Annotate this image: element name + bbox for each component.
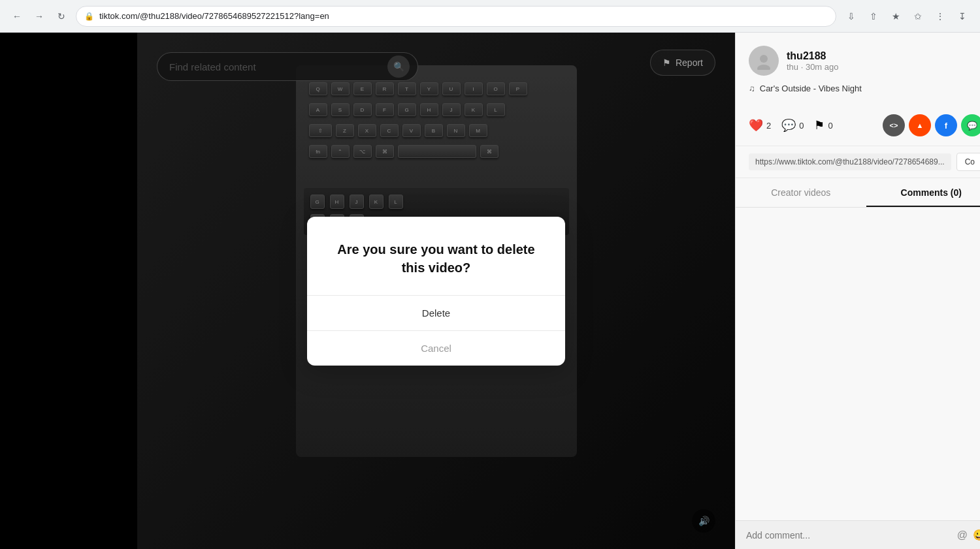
- comment-icons: @ 😀: [957, 529, 980, 541]
- forward-button[interactable]: →: [30, 7, 48, 25]
- delete-button[interactable]: Delete: [307, 296, 565, 331]
- whatsapp-share-button[interactable]: 💬: [961, 114, 980, 136]
- menu-button[interactable]: ⋮: [930, 7, 950, 26]
- comment-icon: 💬: [781, 118, 796, 133]
- comment-count: 0: [799, 121, 804, 131]
- comment-input[interactable]: [746, 530, 951, 541]
- reddit-icon: ▲: [917, 121, 924, 129]
- comments-area: [736, 208, 980, 549]
- username[interactable]: thu2188: [787, 50, 980, 62]
- bookmark-button[interactable]: ⚑ 0: [814, 118, 832, 133]
- embed-icon: <>: [890, 121, 898, 129]
- browser-chrome: ← → ↻ 🔒 tiktok.com/@thu2188/video/727865…: [0, 0, 980, 33]
- cancel-button[interactable]: Cancel: [307, 331, 565, 366]
- song-info: ♫ Car's Outside - Vibes Night: [749, 84, 980, 93]
- music-note-icon: ♫: [749, 84, 755, 93]
- svg-point-1: [757, 65, 770, 70]
- user-section: thu2188 thu · 30m ago ♫ Car's Outside - …: [736, 33, 980, 105]
- reload-button[interactable]: ↻: [52, 7, 71, 25]
- tab-creator-videos[interactable]: Creator videos: [736, 178, 866, 207]
- interaction-bar: ❤️ 2 💬 0 ⚑ 0 <> ▲ f: [736, 105, 980, 146]
- svg-point-0: [760, 55, 768, 63]
- tab-comments[interactable]: Comments (0): [866, 178, 980, 207]
- user-meta: thu · 30m ago: [787, 62, 980, 72]
- url-display: https://www.tiktok.com/@thu2188/video/72…: [749, 153, 951, 170]
- page-content: Q W E R T Y U I O P A S D: [0, 33, 980, 549]
- modal-header: Are you sure you want to delete this vid…: [307, 217, 565, 296]
- bookmark-count: 0: [828, 121, 832, 131]
- like-count: 2: [766, 121, 771, 131]
- user-info: thu2188 thu · 30m ago: [749, 46, 980, 76]
- add-comment-bar: @ 😀: [736, 520, 980, 549]
- tabs-bar: Creator videos Comments (0): [736, 178, 980, 208]
- video-section: Q W E R T Y U I O P A S D: [137, 33, 735, 549]
- url-copy-bar: https://www.tiktok.com/@thu2188/video/72…: [736, 146, 980, 178]
- embed-share-button[interactable]: <>: [883, 114, 905, 136]
- share-icons: <> ▲ f 💬: [883, 114, 980, 136]
- address-bar[interactable]: 🔒 tiktok.com/@thu2188/video/727865468952…: [76, 6, 836, 27]
- lock-icon: 🔒: [84, 12, 94, 21]
- user-details: thu2188 thu · 30m ago: [787, 50, 980, 72]
- emoji-button[interactable]: 😀: [973, 529, 980, 541]
- bookmark-icon: ⚑: [814, 118, 825, 133]
- reddit-share-button[interactable]: ▲: [909, 114, 931, 136]
- back-button[interactable]: ←: [8, 7, 26, 25]
- share-link-button[interactable]: ⇧: [864, 7, 883, 26]
- whatsapp-icon: 💬: [967, 121, 977, 131]
- right-panel: thu2188 thu · 30m ago ♫ Car's Outside - …: [735, 33, 980, 549]
- song-name[interactable]: Car's Outside - Vibes Night: [760, 84, 862, 93]
- download-button[interactable]: ↧: [953, 7, 972, 26]
- browser-actions: ⇩ ⇧ ★ ✩ ⋮ ↧: [841, 7, 972, 26]
- browser-nav: ← → ↻: [8, 7, 71, 25]
- like-button[interactable]: ❤️ 2: [749, 118, 771, 133]
- extensions-button[interactable]: ✩: [908, 7, 928, 26]
- mention-button[interactable]: @: [957, 529, 968, 541]
- facebook-share-button[interactable]: f: [935, 114, 957, 136]
- facebook-icon: f: [945, 121, 947, 131]
- modal-title: Are you sure you want to delete this vid…: [333, 240, 539, 277]
- delete-confirm-dialog: Are you sure you want to delete this vid…: [307, 217, 565, 366]
- avatar[interactable]: [749, 46, 779, 76]
- bookmark-button[interactable]: ★: [886, 7, 906, 26]
- modal-overlay: Are you sure you want to delete this vid…: [137, 33, 735, 549]
- comment-button[interactable]: 💬 0: [781, 118, 804, 133]
- dark-left-strip: [0, 33, 137, 549]
- copy-url-button[interactable]: Co: [956, 153, 980, 171]
- heart-icon: ❤️: [749, 118, 763, 133]
- url-text: tiktok.com/@thu2188/video/72786546895272…: [99, 11, 828, 21]
- share-page-button[interactable]: ⇩: [841, 7, 861, 26]
